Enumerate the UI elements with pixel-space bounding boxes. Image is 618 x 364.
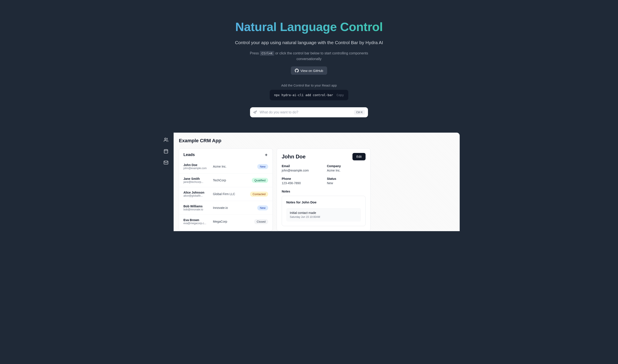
company-value: Acme Inc. xyxy=(327,169,366,172)
lead-row[interactable]: Bob Williamsbob@innovate.ioInnovate.ioNe… xyxy=(179,201,272,215)
lead-company: Global Firm LLC xyxy=(213,192,250,196)
email-label: Email xyxy=(282,164,320,168)
svg-point-0 xyxy=(165,138,166,140)
leads-panel: Leads John Doejohn@example.comAcme Inc.N… xyxy=(179,148,273,231)
status-badge: New xyxy=(257,164,268,169)
status-badge: Qualified xyxy=(252,178,268,183)
control-input[interactable] xyxy=(260,110,351,114)
status-badge: Closed xyxy=(254,219,268,224)
edit-button[interactable]: Edit xyxy=(352,153,366,160)
app-title: Example CRM App xyxy=(179,138,454,143)
page-title: Natural Language Control xyxy=(156,20,462,34)
lead-row[interactable]: John Doejohn@example.comAcme Inc.New xyxy=(179,160,272,173)
status-value: New xyxy=(327,181,366,185)
leads-panel-title: Leads xyxy=(183,153,195,157)
status-badge: Contacted xyxy=(250,192,268,197)
app-sidebar xyxy=(158,133,174,231)
lead-name: Eva Brown xyxy=(183,218,213,222)
lead-email: john@example.com xyxy=(183,167,213,170)
control-bar[interactable]: Ctrl K xyxy=(250,107,368,117)
lead-company: Innovate.io xyxy=(213,206,257,209)
note-text: Initial contact made xyxy=(290,211,358,215)
svg-rect-1 xyxy=(164,150,168,153)
lead-email: eva@megacorp.c... xyxy=(183,222,213,225)
cli-command-text: npx hydra-ai-cli add control-bar xyxy=(274,93,333,97)
lead-company: TechCorp xyxy=(213,179,252,182)
lead-row[interactable]: Alice Johnsonalice@globalfir...Global Fi… xyxy=(179,187,272,201)
shortcut-badge: Ctrl K xyxy=(354,110,365,115)
lead-name: Jane Smith xyxy=(183,177,213,181)
phone-label: Phone xyxy=(282,177,320,181)
lead-company: Acme Inc. xyxy=(213,165,257,168)
lead-email: jane@techcorp... xyxy=(183,181,213,183)
phone-value: 123-456-7890 xyxy=(282,181,320,185)
copy-button[interactable]: Copy xyxy=(336,93,344,97)
email-value: john@example.com xyxy=(282,169,320,172)
mail-icon[interactable] xyxy=(164,160,168,165)
lead-email: bob@innovate.io xyxy=(183,208,213,211)
lead-name: Alice Johnson xyxy=(183,191,213,194)
status-label: Status xyxy=(327,177,366,181)
lead-detail-panel: John Doe Edit Email john@example.com Com… xyxy=(277,148,371,231)
cli-section-label: Add the Control Bar to your React app xyxy=(156,83,462,87)
detail-lead-name: John Doe xyxy=(282,154,306,160)
keyboard-shortcut: Ctrl+K xyxy=(260,51,274,56)
add-lead-button[interactable] xyxy=(264,153,268,157)
page-subtitle: Control your app using natural language … xyxy=(156,40,462,45)
lead-company: MegaCorp xyxy=(213,220,254,223)
status-badge: New xyxy=(257,205,268,210)
notes-box-title: Notes for John Doe xyxy=(286,200,361,204)
send-icon xyxy=(253,110,257,114)
github-icon xyxy=(295,69,299,73)
users-icon[interactable] xyxy=(164,137,168,142)
note-item: Initial contact made Saturday Jun 15 10:… xyxy=(286,208,361,221)
lead-row[interactable]: Eva Browneva@megacorp.c...MegaCorpClosed xyxy=(179,215,272,228)
note-timestamp: Saturday Jun 15 10:00AM xyxy=(290,215,358,219)
company-label: Company xyxy=(327,164,366,168)
lead-row[interactable]: Jane Smithjane@techcorp...TechCorpQualif… xyxy=(179,173,272,187)
github-button[interactable]: View on GitHub xyxy=(291,66,327,75)
instructions-text: Press Ctrl+K or click the control bar be… xyxy=(244,51,374,62)
notes-label: Notes xyxy=(282,190,366,193)
lead-name: John Doe xyxy=(183,163,213,167)
lead-name: Bob Williams xyxy=(183,205,213,208)
calendar-icon[interactable] xyxy=(164,149,168,154)
cli-command-box: npx hydra-ai-cli add control-bar Copy xyxy=(270,90,348,100)
example-app-frame: Example CRM App Leads John Doejohn@examp… xyxy=(158,133,460,231)
lead-email: alice@globalfir... xyxy=(183,194,213,197)
